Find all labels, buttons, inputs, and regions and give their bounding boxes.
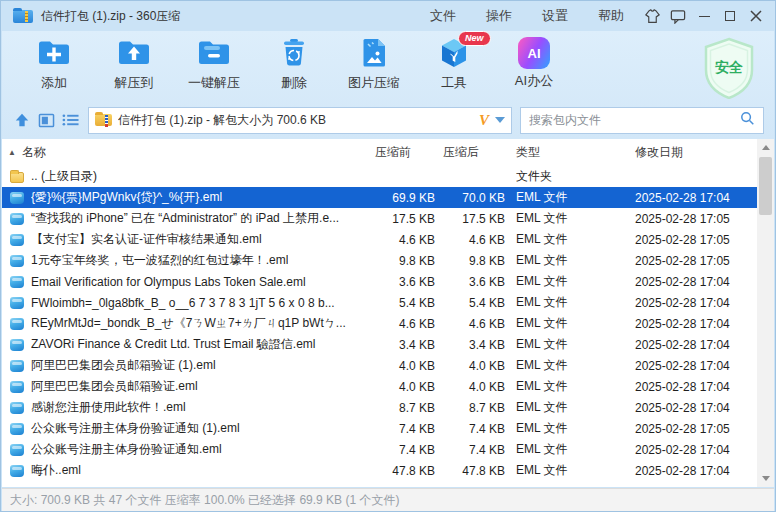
app-zip-icon (13, 8, 33, 24)
address-row: 信件打包 (1).zip - 解包大小为 700.6 KB V (2, 105, 774, 135)
file-row[interactable]: 【支付宝】实名认证-证件审核结果通知.eml 4.6 KB 4.6 KB EML… (2, 229, 757, 250)
file-row[interactable]: {愛}%{票}MPgWnkv{贷}^_%{开}.eml 69.9 KB 70.0… (2, 187, 757, 208)
size-before-cell: 69.9 KB (363, 191, 435, 205)
search-box (520, 107, 764, 134)
type-cell: EML 文件 (505, 441, 623, 458)
type-cell: EML 文件 (505, 420, 623, 437)
scrollbar-thumb[interactable] (759, 157, 772, 215)
file-row[interactable]: 公众账号注册主体身份验证通知.eml 7.4 KB 7.4 KB EML 文件 … (2, 439, 757, 460)
safety-shield[interactable]: 安全 (700, 37, 758, 99)
menu-file[interactable]: 文件 (415, 1, 471, 31)
size-after-cell: 4.6 KB (435, 233, 505, 247)
tools-button[interactable]: New 工具 (414, 35, 494, 99)
toolbar: 添加 解压到 一键解压 (14, 35, 574, 99)
type-cell: 文件夹 (505, 168, 623, 185)
close-button[interactable] (743, 3, 769, 29)
file-row[interactable]: REyMrMtJd=_bondk_B_せ《7ㄋWㄓ7+ㄌ厂ㄐq1P bWtㄅ..… (2, 313, 757, 334)
column-type[interactable]: 类型 (505, 144, 623, 161)
add-button[interactable]: 添加 (14, 35, 94, 99)
delete-button[interactable]: 删除 (254, 35, 334, 99)
file-row[interactable]: 1元夺宝年终奖，屯一波猛烈的红包过壕年！.eml 9.8 KB 9.8 KB E… (2, 250, 757, 271)
file-name: FWloimbh=_0lga8bfk_B_ o__6 7 3 7 8 3 1jT… (31, 296, 335, 310)
file-type-icon (10, 402, 24, 414)
tools-label: 工具 (441, 74, 467, 92)
size-before-cell: 9.8 KB (363, 254, 435, 268)
maximize-button[interactable] (717, 3, 743, 29)
size-after-cell: 4.0 KB (435, 380, 505, 394)
date-cell: 2025-02-28 17:05 (623, 233, 757, 247)
type-cell: EML 文件 (505, 294, 623, 311)
date-cell: 2025-02-28 17:04 (623, 275, 757, 289)
file-name-cell: {愛}%{票}MPgWnkv{贷}^_%{开}.eml (2, 189, 363, 206)
file-row[interactable]: 阿里巴巴集团会员邮箱验证.eml 4.0 KB 4.0 KB EML 文件 20… (2, 376, 757, 397)
file-name: Email Verification for Olympus Labs Toke… (31, 275, 306, 289)
app-window: 信件打包 (1).zip - 360压缩 文件 操作 设置 帮助 (0, 0, 776, 512)
file-row[interactable]: ZAVORi Finance & Credit Ltd. Trust Email… (2, 334, 757, 355)
size-after-cell: 8.7 KB (435, 401, 505, 415)
type-cell: EML 文件 (505, 252, 623, 269)
new-badge: New (458, 31, 491, 46)
type-cell: EML 文件 (505, 189, 623, 206)
scroll-down-icon[interactable] (757, 470, 774, 487)
file-row[interactable]: 公众账号注册主体身份验证通知 (1).eml 7.4 KB 7.4 KB EML… (2, 418, 757, 439)
file-type-icon (10, 423, 24, 435)
theme-skin-icon[interactable] (639, 3, 665, 29)
file-type-icon (10, 297, 24, 309)
archive-path-bar[interactable]: 信件打包 (1).zip - 解包大小为 700.6 KB V (88, 107, 512, 134)
menu-help[interactable]: 帮助 (583, 1, 639, 31)
column-size-after[interactable]: 压缩后 (435, 144, 505, 161)
date-cell: 2025-02-28 17:04 (623, 296, 757, 310)
path-dropdown-icon[interactable] (495, 117, 505, 123)
one-click-extract-button[interactable]: 一键解压 (174, 35, 254, 99)
file-row[interactable]: 阿里巴巴集团会员邮箱验证 (1).eml 4.0 KB 4.0 KB EML 文… (2, 355, 757, 376)
up-directory-icon[interactable] (10, 108, 34, 132)
file-name: 公众账号注册主体身份验证通知.eml (31, 441, 222, 458)
view-pane-icon[interactable] (34, 108, 58, 132)
file-name-cell: 公众账号注册主体身份验证通知.eml (2, 441, 363, 458)
file-row[interactable]: 晦仆..eml 47.8 KB 47.8 KB EML 文件 2025-02-2… (2, 460, 757, 481)
size-before-cell: 3.6 KB (363, 275, 435, 289)
image-compress-button[interactable]: 图片压缩 (334, 35, 414, 99)
file-type-icon (10, 360, 24, 372)
vertical-scrollbar[interactable] (757, 139, 774, 487)
menu-actions[interactable]: 操作 (471, 1, 527, 31)
archive-zip-icon (95, 113, 112, 127)
column-date[interactable]: 修改日期 (623, 144, 757, 161)
scroll-up-icon[interactable] (757, 139, 774, 156)
search-icon[interactable] (740, 111, 755, 130)
file-row[interactable]: 感谢您注册使用此软件！.eml 8.7 KB 8.7 KB EML 文件 202… (2, 397, 757, 418)
size-after-cell: 3.6 KB (435, 275, 505, 289)
feedback-icon[interactable] (665, 3, 691, 29)
size-before-cell: 7.4 KB (363, 422, 435, 436)
ai-office-label: AI办公 (515, 72, 553, 90)
menu-settings[interactable]: 设置 (527, 1, 583, 31)
file-row[interactable]: .. (上级目录) 文件夹 (2, 166, 757, 187)
file-type-icon (10, 465, 24, 477)
file-name-cell: FWloimbh=_0lga8bfk_B_ o__6 7 3 7 8 3 1jT… (2, 296, 363, 310)
file-name-cell: REyMrMtJd=_bondk_B_せ《7ㄋWㄓ7+ㄌ厂ㄐq1P bWtㄅ..… (2, 315, 363, 332)
status-text: 大小: 700.9 KB 共 47 个文件 压缩率 100.0% 已经选择 69… (10, 492, 399, 509)
file-name-cell: ZAVORi Finance & Credit Ltd. Trust Email… (2, 336, 363, 353)
file-row[interactable]: Email Verification for Olympus Labs Toke… (2, 271, 757, 292)
sort-ascending-icon: ▲ (8, 148, 16, 157)
search-input[interactable] (529, 113, 740, 127)
size-before-cell: 17.5 KB (363, 212, 435, 226)
column-name-label: 名称 (22, 144, 46, 161)
minimize-button[interactable] (691, 3, 717, 29)
file-row[interactable]: FWloimbh=_0lga8bfk_B_ o__6 7 3 7 8 3 1jT… (2, 292, 757, 313)
file-name-cell: 公众账号注册主体身份验证通知 (1).eml (2, 420, 363, 437)
extract-to-button[interactable]: 解压到 (94, 35, 174, 99)
view-list-icon[interactable] (58, 108, 82, 132)
type-cell: EML 文件 (505, 231, 623, 248)
size-after-cell: 4.0 KB (435, 359, 505, 373)
date-cell: 2025-02-28 17:04 (623, 338, 757, 352)
file-name: 阿里巴巴集团会员邮箱验证.eml (31, 378, 198, 395)
file-name: .. (上级目录) (31, 168, 97, 185)
ai-office-button[interactable]: AI AI办公 (494, 35, 574, 99)
column-size-before[interactable]: 压缩前 (363, 144, 435, 161)
file-name-cell: 1元夺宝年终奖，屯一波猛烈的红包过壕年！.eml (2, 252, 363, 269)
size-before-cell: 4.0 KB (363, 359, 435, 373)
file-row[interactable]: “查找我的 iPhone” 已在 “Administrator” 的 iPad … (2, 208, 757, 229)
column-name[interactable]: ▲ 名称 (2, 144, 363, 161)
file-type-icon (10, 444, 24, 456)
